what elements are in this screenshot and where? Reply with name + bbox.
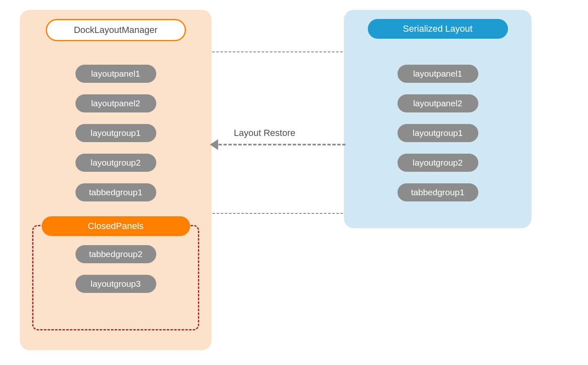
dock-layout-manager-panel: DockLayoutManager layoutpanel1 layoutpan…	[20, 10, 212, 350]
serialized-layout-items: layoutpanel1 layoutpanel2 layoutgroup1 l…	[356, 52, 519, 214]
layout-restore-arrow-line	[214, 144, 346, 145]
layout-item: layoutpanel1	[397, 65, 478, 83]
dock-layout-items: layoutpanel1 layoutpanel2 layoutgroup1 l…	[32, 52, 199, 214]
layout-restore-label: Layout Restore	[234, 128, 295, 138]
layout-item: layoutgroup2	[397, 154, 478, 172]
layout-item: layoutgroup1	[75, 124, 156, 142]
layout-item: layoutpanel1	[75, 65, 156, 83]
layout-item: tabbedgroup1	[75, 183, 156, 201]
layout-item: layoutgroup2	[75, 154, 156, 172]
closed-panel-item: layoutgroup3	[75, 275, 156, 293]
arrow-left-icon	[210, 139, 218, 150]
serialized-layout-panel: Serialized Layout layoutpanel1 layoutpan…	[344, 10, 532, 228]
layout-item: tabbedgroup1	[397, 183, 478, 201]
closed-panels-title: ClosedPanels	[42, 216, 190, 236]
layout-item: layoutpanel2	[397, 94, 478, 112]
dock-layout-manager-title: DockLayoutManager	[46, 19, 186, 41]
serialized-layout-title: Serialized Layout	[368, 19, 508, 39]
layout-item: layoutpanel2	[75, 94, 156, 112]
layout-item: layoutgroup1	[397, 124, 478, 142]
closed-panels-items: tabbedgroup2 layoutgroup3	[75, 245, 156, 293]
closed-panel-item: tabbedgroup2	[75, 245, 156, 263]
closed-panels-box: ClosedPanels tabbedgroup2 layoutgroup3	[32, 225, 199, 330]
